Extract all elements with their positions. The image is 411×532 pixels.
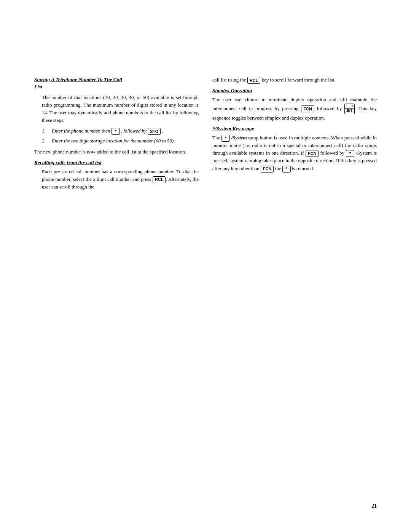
section-storing: Storing A Telephone Number To The Call L… xyxy=(34,76,199,156)
step-2: 2. Enter the two digit storage location … xyxy=(42,137,199,145)
section-simplex-para: The user can choose to terminate duplex … xyxy=(212,96,377,122)
right-column: call list using the RCL key to scroll fo… xyxy=(212,76,377,176)
section-system-key-para1: The * /System ramp button is used in mul… xyxy=(212,134,377,173)
left-column: Storing A Telephone Number To The Call L… xyxy=(34,76,199,194)
fcn-key-simplex: FCN xyxy=(301,105,314,112)
page: Storing A Telephone Number To The Call L… xyxy=(0,0,411,532)
section-system-key-title: */System Key usage xyxy=(212,126,377,132)
star-key-system1: * xyxy=(221,135,230,142)
star-key-system3: * xyxy=(282,166,291,173)
5jkl-key: 5 JKL xyxy=(344,104,355,114)
fcn-key-system1: FCN xyxy=(306,150,319,157)
star-key-system2: * xyxy=(346,150,354,157)
star-key-1: * xyxy=(112,128,120,135)
fcn-key-system2: FCN xyxy=(261,166,274,173)
rcl-key-left: RCL xyxy=(153,176,166,183)
section-storing-para1: The number of dial locations (10, 20, 30… xyxy=(42,94,199,125)
step-1: 1. Enter the phone number, then * , foll… xyxy=(42,127,199,135)
section-simplex: Simplex Operation The user can choose to… xyxy=(212,88,377,122)
section-recalling-title: Recalling calls from the call list xyxy=(34,160,199,166)
section-simplex-title: Simplex Operation xyxy=(212,88,377,94)
sto-key: STO xyxy=(148,128,161,135)
step-list: 1. Enter the phone number, then * , foll… xyxy=(42,127,199,145)
section-recalling: Recalling calls from the call list Each … xyxy=(34,160,199,191)
page-number: 21 xyxy=(371,503,377,509)
section-system-key: */System Key usage The * /System ramp bu… xyxy=(212,126,377,173)
section-recalling-para: Each pre-stored call number has a corres… xyxy=(42,168,199,191)
two-column-layout: Storing A Telephone Number To The Call L… xyxy=(34,76,377,194)
rcl-key-right: RCL xyxy=(247,77,261,84)
section-storing-title: Storing A Telephone Number To The Call L… xyxy=(34,76,199,91)
section-storing-para2: The new phone number is now added to the… xyxy=(34,148,199,156)
recalling-continuation: call list using the RCL key to scroll fo… xyxy=(212,76,377,84)
